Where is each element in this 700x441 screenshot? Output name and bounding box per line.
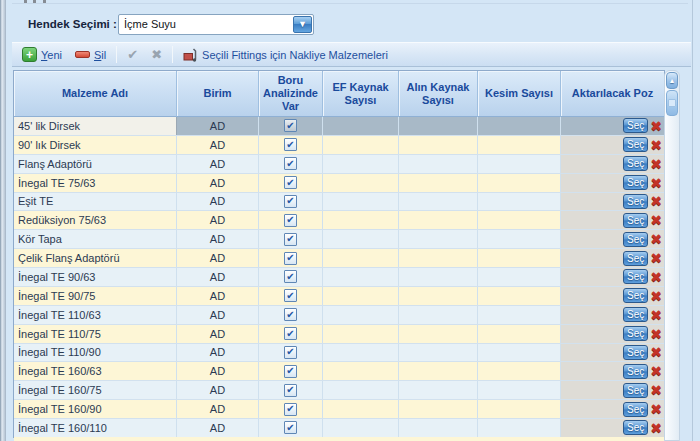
column-header-alin-kaynak-sayisi[interactable]: Alın Kaynak Sayısı: [399, 71, 478, 117]
column-header-malzeme-adi[interactable]: Malzeme Adı: [14, 71, 177, 117]
checkbox-checked[interactable]: ✔: [284, 289, 297, 302]
cell-ef-kaynak-sayisi[interactable]: [323, 174, 399, 192]
cell-malzeme-adi[interactable]: İnegal TE 160/90: [14, 400, 177, 418]
checkbox-checked[interactable]: ✔: [284, 157, 297, 170]
scrollbar-thumb[interactable]: [666, 90, 678, 116]
cell-ef-kaynak-sayisi[interactable]: [323, 325, 399, 343]
cell-alin-kaynak-sayisi[interactable]: [399, 419, 478, 437]
checkbox-checked[interactable]: ✔: [284, 233, 297, 246]
remove-row-icon[interactable]: ✖: [650, 194, 662, 208]
checkbox-checked[interactable]: ✔: [284, 176, 297, 189]
yeni-button[interactable]: + Yeni: [19, 45, 65, 64]
remove-row-icon[interactable]: ✖: [650, 251, 662, 265]
cell-alin-kaynak-sayisi[interactable]: [399, 193, 478, 211]
cell-ef-kaynak-sayisi[interactable]: [323, 362, 399, 380]
sec-button[interactable]: Seç: [623, 269, 648, 284]
cell-birim[interactable]: AD: [177, 362, 259, 380]
table-row[interactable]: 90' lık Dirsek AD ✔ Seç ✖: [14, 136, 664, 155]
column-header-aktarilacak-poz[interactable]: Aktarılacak Poz: [561, 71, 664, 117]
remove-row-icon[interactable]: ✖: [650, 383, 662, 397]
cell-kesim-sayisi[interactable]: [478, 344, 561, 362]
column-header-kesim-sayisi[interactable]: Kesim Sayısı: [478, 71, 561, 117]
checkbox-checked[interactable]: ✔: [284, 384, 297, 397]
checkbox-checked[interactable]: ✔: [284, 214, 297, 227]
checkbox-checked[interactable]: ✔: [284, 365, 297, 378]
cell-kesim-sayisi[interactable]: [478, 381, 561, 399]
cell-kesim-sayisi[interactable]: [478, 306, 561, 324]
table-row[interactable]: İnegal TE 90/75 AD ✔ Seç ✖: [14, 287, 664, 306]
remove-row-icon[interactable]: ✖: [650, 119, 662, 133]
cell-alin-kaynak-sayisi[interactable]: [399, 400, 478, 418]
hendek-combobox[interactable]: İçme Suyu ▼: [118, 14, 314, 35]
cell-ef-kaynak-sayisi[interactable]: [323, 117, 399, 135]
vertical-scrollbar[interactable]: ▲: [664, 70, 680, 441]
cell-malzeme-adi[interactable]: İnegal TE 90/75: [14, 287, 177, 305]
remove-row-icon[interactable]: ✖: [650, 270, 662, 284]
cell-kesim-sayisi[interactable]: [478, 117, 561, 135]
cell-malzeme-adi[interactable]: İnegal TE 160/63: [14, 362, 177, 380]
sec-button[interactable]: Seç: [623, 251, 648, 266]
cell-kesim-sayisi[interactable]: [478, 400, 561, 418]
remove-row-icon[interactable]: ✖: [650, 232, 662, 246]
cell-ef-kaynak-sayisi[interactable]: [323, 230, 399, 248]
checkbox-checked[interactable]: ✔: [284, 119, 297, 132]
cell-alin-kaynak-sayisi[interactable]: [399, 344, 478, 362]
table-row[interactable]: İnegal TE 160/63 AD ✔ Seç ✖: [14, 362, 664, 381]
cell-birim[interactable]: AD: [177, 400, 259, 418]
cell-malzeme-adi[interactable]: İnegal TE 160/75: [14, 381, 177, 399]
table-row[interactable]: İnegal TE 160/110 AD ✔ Seç ✖: [14, 419, 664, 438]
table-row[interactable]: İnegal TE 160/90 AD ✔ Seç ✖: [14, 400, 664, 419]
cell-birim[interactable]: AD: [177, 306, 259, 324]
sil-button[interactable]: Sil: [72, 47, 109, 63]
remove-row-icon[interactable]: ✖: [650, 345, 662, 359]
cell-birim[interactable]: AD: [177, 174, 259, 192]
cell-malzeme-adi[interactable]: Redüksiyon 75/63: [14, 211, 177, 229]
cell-alin-kaynak-sayisi[interactable]: [399, 306, 478, 324]
cell-ef-kaynak-sayisi[interactable]: [323, 381, 399, 399]
cell-alin-kaynak-sayisi[interactable]: [399, 136, 478, 154]
apply-button-disabled[interactable]: ✔: [124, 46, 141, 63]
checkbox-checked[interactable]: ✔: [284, 308, 297, 321]
remove-row-icon[interactable]: ✖: [650, 176, 662, 190]
remove-row-icon[interactable]: ✖: [650, 157, 662, 171]
cell-malzeme-adi[interactable]: Kör Tapa: [14, 230, 177, 248]
table-row[interactable]: İnegal TE 90/63 AD ✔ Seç ✖: [14, 268, 664, 287]
cell-alin-kaynak-sayisi[interactable]: [399, 211, 478, 229]
cell-ef-kaynak-sayisi[interactable]: [323, 344, 399, 362]
sec-button[interactable]: Seç: [623, 194, 648, 209]
cell-alin-kaynak-sayisi[interactable]: [399, 230, 478, 248]
cell-ef-kaynak-sayisi[interactable]: [323, 400, 399, 418]
remove-row-icon[interactable]: ✖: [650, 421, 662, 435]
cell-birim[interactable]: AD: [177, 268, 259, 286]
sec-button[interactable]: Seç: [623, 364, 648, 379]
scroll-up-button[interactable]: ▲: [666, 72, 678, 89]
cell-malzeme-adi[interactable]: İnegal TE 160/110: [14, 419, 177, 437]
remove-row-icon[interactable]: ✖: [650, 213, 662, 227]
cell-kesim-sayisi[interactable]: [478, 174, 561, 192]
cell-birim[interactable]: AD: [177, 249, 259, 267]
cell-birim[interactable]: AD: [177, 230, 259, 248]
table-row[interactable]: Kör Tapa AD ✔ Seç ✖: [14, 230, 664, 249]
cell-birim[interactable]: AD: [177, 419, 259, 437]
cell-malzeme-adi[interactable]: Çelik Flanş Adaptörü: [14, 249, 177, 267]
remove-row-icon[interactable]: ✖: [650, 289, 662, 303]
checkbox-checked[interactable]: ✔: [284, 138, 297, 151]
checkbox-checked[interactable]: ✔: [284, 421, 297, 434]
cell-ef-kaynak-sayisi[interactable]: [323, 419, 399, 437]
table-row[interactable]: İnegal TE 160/75 AD ✔ Seç ✖: [14, 381, 664, 400]
cell-kesim-sayisi[interactable]: [478, 193, 561, 211]
cell-birim[interactable]: AD: [177, 325, 259, 343]
cell-kesim-sayisi[interactable]: [478, 362, 561, 380]
cell-ef-kaynak-sayisi[interactable]: [323, 268, 399, 286]
cell-kesim-sayisi[interactable]: [478, 268, 561, 286]
cell-birim[interactable]: AD: [177, 155, 259, 173]
sec-button[interactable]: Seç: [623, 156, 648, 171]
cell-malzeme-adi[interactable]: İnegal TE 110/75: [14, 325, 177, 343]
sec-button[interactable]: Seç: [623, 345, 648, 360]
remove-row-icon[interactable]: ✖: [650, 308, 662, 322]
cell-alin-kaynak-sayisi[interactable]: [399, 325, 478, 343]
cell-kesim-sayisi[interactable]: [478, 325, 561, 343]
sec-button[interactable]: Seç: [623, 137, 648, 152]
nakliye-button[interactable]: Seçili Fittings için Nakliye Malzemeleri: [180, 46, 391, 64]
remove-row-icon[interactable]: ✖: [650, 364, 662, 378]
